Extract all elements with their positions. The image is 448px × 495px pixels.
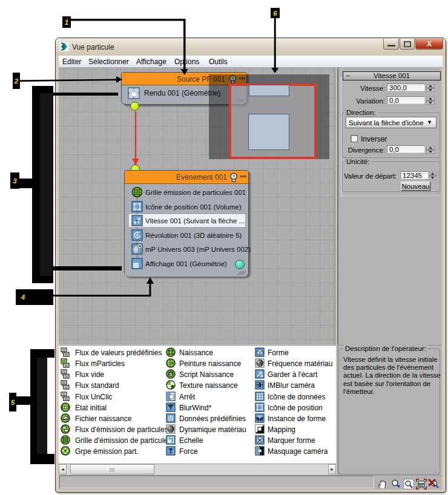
svg-text:1: 1	[65, 19, 68, 26]
svg-text:5: 5	[11, 399, 15, 406]
svg-text:6: 6	[273, 10, 277, 17]
svg-text:2: 2	[14, 77, 19, 85]
svg-text:4: 4	[21, 293, 25, 301]
svg-text:3: 3	[13, 177, 17, 185]
svg-text:S: S	[169, 372, 173, 377]
